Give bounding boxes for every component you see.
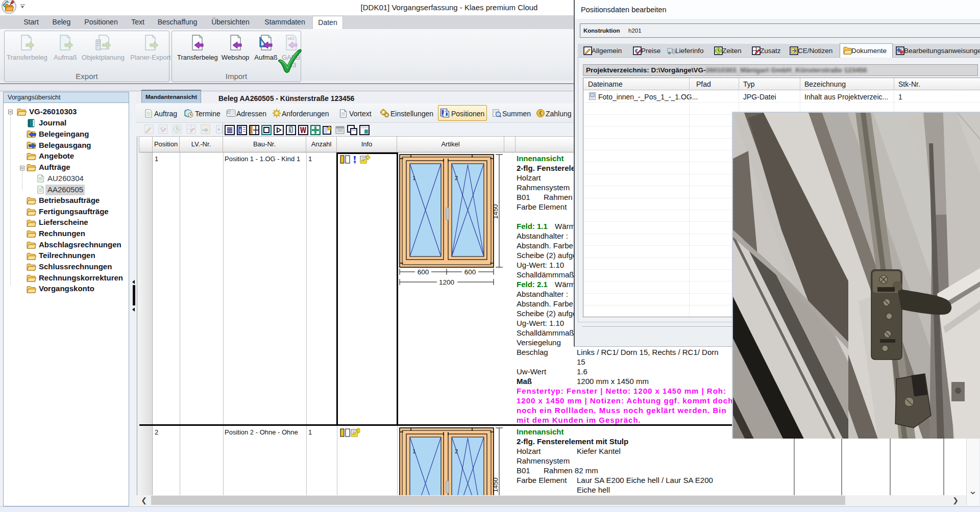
svg-text:1450: 1450 <box>492 204 499 219</box>
svg-text:i: i <box>239 127 241 133</box>
svg-text:2: 2 <box>455 448 458 454</box>
svg-text:1: 1 <box>412 175 415 181</box>
svg-text:1: 1 <box>412 448 415 454</box>
svg-text:1200: 1200 <box>439 278 454 286</box>
svg-text:2: 2 <box>455 175 458 181</box>
svg-text:600: 600 <box>418 268 429 276</box>
svg-text:1450: 1450 <box>492 478 499 493</box>
svg-text:€: € <box>539 111 542 116</box>
svg-text:600: 600 <box>464 268 476 276</box>
svg-text:x83: x83 <box>288 36 295 41</box>
